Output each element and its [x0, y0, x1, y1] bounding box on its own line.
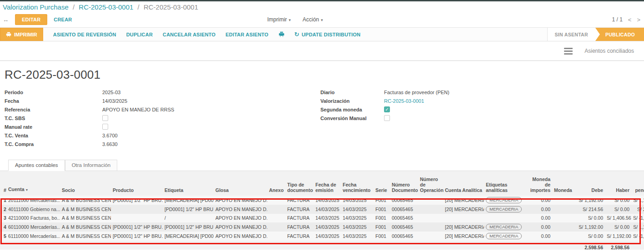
cell[interactable]: 4 — [0, 222, 6, 232]
left-right-arrow-icon[interactable]: ↔ — [3, 16, 9, 23]
tab-apuntes-contables[interactable]: Apuntes contables — [8, 160, 65, 171]
cell[interactable]: A & M BUSINESS CENT... — [60, 196, 111, 205]
cell[interactable]: [MERCADERIA] [PD000... — [163, 232, 214, 241]
column-header-11[interactable]: Número Documento — [390, 175, 418, 196]
cell[interactable]: S/ 214.56 — [631, 205, 644, 214]
pager-next-icon[interactable]: > — [637, 16, 640, 23]
tc-sbs-checkbox[interactable] — [102, 115, 108, 121]
cell[interactable] — [418, 214, 443, 222]
print-icon-button[interactable] — [279, 31, 285, 37]
column-header-13[interactable]: Cuenta Analítica — [443, 175, 484, 196]
cell[interactable]: 14/03/2025 — [341, 222, 374, 232]
cell[interactable] — [267, 232, 285, 241]
cell[interactable]: S/ 1,192.00 — [631, 196, 644, 205]
cell[interactable]: S/ 0.00 — [605, 196, 631, 205]
cell[interactable]: 1 — [0, 196, 6, 205]
column-header-15[interactable]: Moneda de importes — [526, 175, 552, 196]
column-header-16[interactable]: Moneda — [552, 175, 574, 196]
cell[interactable]: S/ -1,192.00 — [631, 232, 644, 241]
cell[interactable]: A & M BUSINESS CENT... — [60, 205, 111, 214]
field-value[interactable]: 3.6630 — [102, 141, 118, 147]
create-button[interactable]: CREAR — [54, 17, 72, 22]
cell[interactable]: S/ 1,192.00 — [574, 196, 605, 205]
cell[interactable]: 14/03/2025 — [341, 196, 374, 205]
field-value[interactable]: 14/03/2025 — [102, 98, 127, 104]
cell[interactable]: MERCADERIA — [484, 205, 526, 214]
cell[interactable]: [20] MERCADERIA — [443, 232, 484, 241]
valorizacion-link[interactable]: RC-2025-03-0001 — [384, 98, 424, 104]
cell[interactable]: 2 — [0, 205, 6, 214]
cell[interactable]: [PD0001] 1/2" HP BRU... — [163, 205, 214, 214]
table-row[interactable]: 342110000 Facturas, bo...A & M BUSINESS … — [0, 214, 644, 222]
cell[interactable]: [PD0001] 1/2" HP BRU... — [111, 196, 163, 205]
cell[interactable]: S/ 0.00 — [605, 205, 631, 214]
cell[interactable]: 00065465 — [390, 196, 418, 205]
column-header-3[interactable]: Producto — [111, 175, 163, 196]
edit-button[interactable]: EDITAR — [15, 14, 47, 25]
cell[interactable]: A & M BUSINESS CENT... — [60, 214, 111, 222]
action-menu-button[interactable]: Acción▾ — [303, 16, 323, 23]
column-header-0[interactable]: # — [0, 175, 6, 196]
cell[interactable]: 42110000 Facturas, bo... — [6, 214, 60, 222]
cell[interactable]: 5 — [0, 232, 6, 241]
cell[interactable]: MERCADERIA — [484, 222, 526, 232]
cell[interactable]: FACTURA — [285, 196, 314, 205]
field-value[interactable]: 2025-03 — [102, 90, 120, 95]
cell[interactable] — [418, 196, 443, 205]
cell[interactable]: 61110000 Mercaderías... — [6, 232, 60, 241]
asiento-reversion-button[interactable]: ASIENTO DE REVERSIÓN — [53, 32, 116, 37]
column-header-10[interactable]: Serie — [374, 175, 390, 196]
cell[interactable]: 3 — [0, 214, 6, 222]
cell[interactable]: S/ 214.56 — [574, 205, 605, 214]
column-header-12[interactable]: Número de Operación — [418, 175, 443, 196]
cell[interactable]: / — [163, 214, 214, 222]
cell[interactable]: [PD0001] 1/2" HP BRU... — [163, 222, 214, 232]
cell[interactable]: APOYO EN MANEJO D... — [214, 205, 267, 214]
cancelar-asiento-button[interactable]: CANCELAR ASIENTO — [163, 32, 215, 37]
manual-rate-checkbox[interactable] — [102, 124, 108, 130]
column-header-6[interactable]: Anexo — [267, 175, 285, 196]
imprimir-button[interactable]: IMPRIMIR — [0, 28, 43, 41]
cell[interactable]: 14/03/2025 — [341, 205, 374, 214]
column-header-9[interactable]: Fecha vencimiento — [341, 175, 374, 196]
column-header-8[interactable]: Fecha de emisión — [314, 175, 341, 196]
pager-previous-icon[interactable]: < — [628, 16, 632, 23]
cell[interactable]: F001 — [374, 214, 390, 222]
column-header-1[interactable]: Cuenta ▼ — [6, 175, 60, 196]
cell[interactable] — [111, 205, 163, 214]
state-sin-asentar[interactable]: SIN ASENTAR — [548, 28, 595, 41]
conversion-manual-checkbox[interactable] — [384, 115, 390, 121]
cell[interactable]: A & M BUSINESS CENT... — [60, 222, 111, 232]
cell[interactable]: S/ 0.00 — [574, 232, 605, 241]
cell[interactable]: [MERCADERIA] [PD000... — [163, 196, 214, 205]
cell[interactable] — [111, 214, 163, 222]
cell[interactable]: APOYO EN MANEJO D... — [214, 214, 267, 222]
cell[interactable]: APOYO EN MANEJO D... — [214, 196, 267, 205]
cell[interactable]: 0.00 — [526, 214, 552, 222]
cell[interactable]: 40111000 Gobierno na... — [6, 205, 60, 214]
update-distribution-button[interactable]: ↻ UPDATE DISTRIBUTION — [295, 31, 361, 38]
cell[interactable]: S/ 1,192.00 — [631, 222, 644, 232]
column-header-4[interactable]: Etiqueta — [163, 175, 214, 196]
cell[interactable] — [552, 205, 574, 214]
column-header-17[interactable]: Debe — [574, 175, 605, 196]
cell[interactable]: F001 — [374, 232, 390, 241]
cell[interactable]: S/ 1,192.00 — [574, 222, 605, 232]
cell[interactable]: [PD0001] 1/2" HP BRU... — [111, 222, 163, 232]
cell[interactable]: S/ 1,406.56 — [605, 214, 631, 222]
column-header-19[interactable]: Saldo pendiente — [631, 175, 644, 196]
cell[interactable]: F001 — [374, 205, 390, 214]
cell[interactable]: 00065465 — [390, 214, 418, 222]
cell[interactable]: MERCADERIA — [484, 232, 526, 241]
cell[interactable]: FACTURA — [285, 214, 314, 222]
table-row[interactable]: 561110000 Mercaderías...A & M BUSINESS C… — [0, 232, 644, 241]
cell[interactable] — [418, 222, 443, 232]
cell[interactable]: 00065465 — [390, 222, 418, 232]
table-row[interactable]: 460110000 Mercaderías...A & M BUSINESS C… — [0, 222, 644, 232]
cell[interactable] — [267, 196, 285, 205]
cell[interactable]: 00065465 — [390, 205, 418, 214]
field-value[interactable]: APOYO EN MANEJO DE RRSS — [102, 107, 174, 112]
cell[interactable]: 0.00 — [526, 232, 552, 241]
cell[interactable] — [267, 205, 285, 214]
cell[interactable]: 0.00 — [526, 222, 552, 232]
